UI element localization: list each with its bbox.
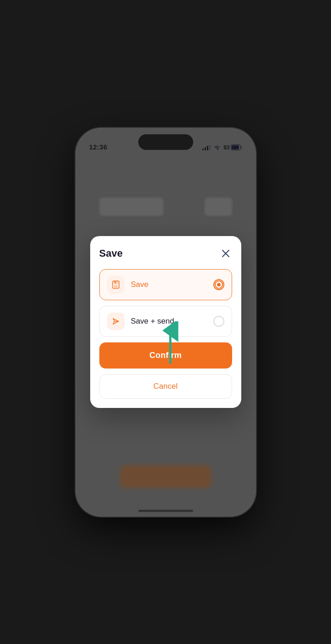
home-indicator: [138, 510, 193, 512]
svg-rect-6: [114, 285, 118, 287]
save-send-option-label: Save + send: [131, 317, 213, 326]
option-save-send[interactable]: Save + send: [99, 306, 232, 337]
phone-screen: 12:36 83: [76, 129, 255, 516]
option-save[interactable]: Save: [99, 269, 232, 300]
battery-icon: 83: [223, 144, 242, 151]
svg-rect-1: [232, 145, 239, 149]
save-icon: [111, 280, 120, 289]
save-radio: [213, 279, 224, 290]
save-icon-wrap: [107, 276, 125, 293]
wifi-icon: [213, 145, 221, 150]
dynamic-island: [138, 134, 193, 150]
save-radio-inner: [216, 281, 222, 288]
send-icon: [111, 317, 120, 326]
status-time: 12:36: [89, 143, 108, 151]
confirm-button[interactable]: Confirm: [99, 342, 232, 369]
signal-icon: [202, 145, 211, 150]
modal-title: Save: [99, 248, 123, 259]
status-icons: 83: [202, 144, 242, 151]
close-icon: [222, 249, 230, 258]
modal-close-button[interactable]: [219, 247, 232, 260]
save-option-label: Save: [131, 280, 213, 289]
svg-rect-7: [114, 281, 115, 283]
battery-label: 83: [223, 144, 229, 151]
modal-header: Save: [99, 247, 232, 260]
svg-rect-5: [114, 281, 118, 284]
send-icon-wrap: [107, 313, 125, 330]
modal-dialog: Save: [90, 236, 241, 408]
phone-frame: 12:36 83: [76, 129, 255, 516]
save-send-radio: [213, 316, 224, 327]
modal-overlay: Save: [76, 129, 255, 516]
cancel-button[interactable]: Cancel: [99, 374, 232, 399]
